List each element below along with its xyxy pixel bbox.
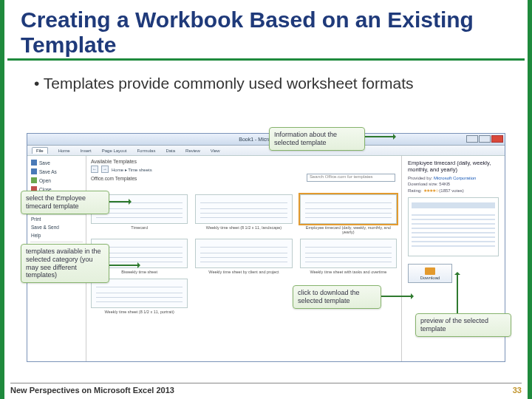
slide-footer: New Perspectives on Microsoft Excel 2013… [10,383,522,395]
arrow-icon [457,273,458,313]
thumb-preview [300,239,397,268]
breadcrumb: ← → Home ▸ Time sheets [91,166,397,173]
close-button[interactable] [491,135,503,143]
callout-download: click to download the selected template [293,285,381,309]
nav-open[interactable]: Open [27,176,86,185]
nav-help[interactable]: Help [27,231,86,239]
available-templates-heading: Available Templates [91,159,397,164]
minimize-button[interactable] [466,135,478,143]
arrow-icon [365,136,395,137]
template-thumb[interactable]: Weekly time sheet (8 1/2 x 11, landscape… [195,194,292,234]
size-value: 54KB [439,182,450,186]
thumb-label: Employee timecard (daily, weekly, monthl… [306,225,391,234]
forward-button[interactable]: → [101,166,109,173]
template-thumb-selected[interactable]: Employee timecard (daily, weekly, monthl… [300,194,397,234]
bullet-text: Templates provide commonly used workshee… [18,68,528,93]
nav-print[interactable]: Print [27,215,86,223]
window-titlebar: Book1 - Microsoft Excel [27,134,505,146]
nav-save-as[interactable]: Save As [27,167,86,176]
ribbon-tab[interactable]: Review [185,149,200,153]
arrow-icon [109,265,139,266]
nav-save-send[interactable]: Save & Send [27,223,86,231]
download-button[interactable]: Download [408,264,452,283]
slide-title: Creating a Workbook Based on an Existing… [7,0,525,61]
nav-label: Save & Send [31,225,59,230]
template-title: Employee timecard (daily, weekly, monthl… [408,160,499,173]
thumb-label: Weekly time sheet by client and project [208,270,279,274]
ribbon-tab[interactable]: Formulas [137,149,155,153]
page-number: 33 [513,386,522,395]
download-icon [425,267,435,275]
provided-label: Provided by: [408,176,432,180]
template-thumb[interactable]: Weekly time sheet with tasks and overtim… [300,239,397,274]
search-input[interactable]: Search Office.com for templates [307,174,395,182]
star-icon: ★★★★☆ [423,188,438,193]
slide: Creating a Workbook Based on an Existing… [0,0,532,399]
nav-save[interactable]: Save [27,158,86,167]
arrow-icon [109,201,130,202]
maximize-button[interactable] [479,135,491,143]
back-button[interactable]: ← [91,166,98,173]
nav-label: Help [31,233,41,238]
breadcrumb-path: Home ▸ Time sheets [112,167,152,172]
save-icon [31,160,37,166]
ribbon-tab[interactable]: Data [166,149,175,153]
ribbon-tab[interactable]: Insert [81,149,92,153]
thumb-label: Timecard [131,225,148,230]
rating-votes: (1857 votes) [439,188,463,193]
template-thumb[interactable]: Weekly time sheet by client and project [195,239,292,274]
provided-by: Provided by: Microsoft Corporation [408,176,499,180]
arrow-icon [381,296,412,297]
callout-preview: preview of the selected template [415,313,511,337]
nav-label: Open [39,178,51,183]
thumb-label: Biweekly time sheet [121,270,157,274]
window-buttons [466,135,503,143]
ribbon-tabs: File Home Insert Page Layout Formulas Da… [27,146,505,156]
download-size: Download size: 54KB [408,182,499,186]
provided-value[interactable]: Microsoft Corporation [434,176,476,180]
rating-label: Rating: [408,188,422,193]
download-label: Download [420,276,440,280]
rating: Rating: ★★★★☆ (1857 votes) [408,188,499,193]
callout-templates-available: templates available in the selected cate… [21,244,109,283]
thumb-preview [195,194,292,224]
callout-info: Information about the selected template [269,127,365,151]
thumb-preview [300,194,397,224]
figure: select the Employee timecard template te… [27,133,505,362]
nav-label: Save As [39,169,57,174]
templates-panel: Available Templates ← → Home ▸ Time shee… [86,156,401,361]
footer-text: New Perspectives on Microsoft Excel 2013 [10,386,174,395]
nav-label: Print [31,216,41,222]
save-as-icon [31,168,37,174]
thumb-label: Weekly time sheet with tasks and overtim… [310,270,386,274]
ribbon-tab[interactable]: Page Layout [102,149,127,153]
thumb-preview [195,239,292,268]
thumb-label: Weekly time sheet (8 1/2 x 11, landscape… [206,225,282,230]
nav-label: Save [39,160,50,166]
ribbon-tab[interactable]: View [211,149,220,153]
template-preview [408,197,499,256]
ribbon-tab[interactable]: Home [58,149,70,153]
callout-select-template: select the Employee timecard template [21,191,109,214]
open-icon [31,177,37,183]
thumb-label: Weekly time sheet (8 1/2 x 11, portrait) [104,310,174,314]
ribbon-tab-file[interactable]: File [32,147,48,154]
size-label: Download size: [408,182,438,186]
template-thumb[interactable]: Weekly time sheet (8 1/2 x 11, portrait) [91,279,188,314]
